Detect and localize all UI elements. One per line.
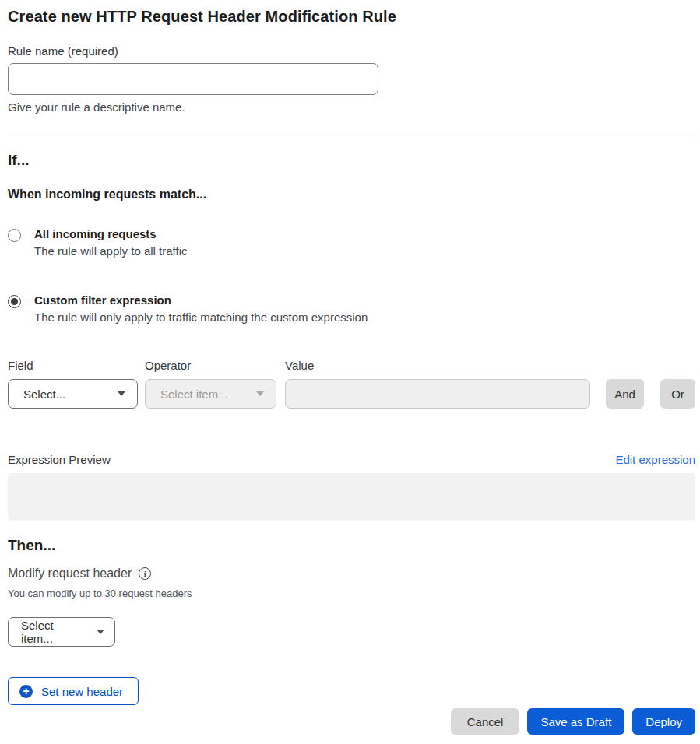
field-select-value: Select... bbox=[23, 388, 65, 401]
expression-preview-box bbox=[8, 473, 695, 521]
page-title: Create new HTTP Request Header Modificat… bbox=[8, 8, 695, 26]
radio-option-texts: Custom filter expression The rule will o… bbox=[34, 293, 368, 324]
operator-select: Select item... bbox=[145, 379, 276, 409]
header-limit-helper: You can modify up to 30 request headers bbox=[8, 588, 695, 599]
radio-option-all-incoming-requests[interactable]: All incoming requests The rule will appl… bbox=[8, 227, 695, 258]
plus-icon: + bbox=[19, 685, 33, 698]
save-as-draft-button[interactable]: Save as Draft bbox=[527, 708, 624, 735]
field-select[interactable]: Select... bbox=[8, 379, 138, 409]
value-label: Value bbox=[285, 359, 590, 372]
radio-selected-icon[interactable] bbox=[8, 295, 21, 308]
chevron-down-icon bbox=[118, 391, 125, 396]
radio-option-texts: All incoming requests The rule will appl… bbox=[34, 227, 187, 258]
create-rule-form: Create new HTTP Request Header Modificat… bbox=[0, 0, 700, 744]
radio-option-description: The rule will only apply to traffic matc… bbox=[34, 311, 368, 324]
header-action-select[interactable]: Select item... bbox=[8, 617, 115, 647]
set-new-header-label: Set new header bbox=[41, 685, 123, 698]
footer-actions: Cancel Save as Draft Deploy bbox=[8, 708, 695, 735]
and-button[interactable]: And bbox=[606, 379, 644, 409]
info-icon[interactable]: i bbox=[139, 567, 151, 580]
radio-unselected-icon[interactable] bbox=[8, 229, 21, 242]
radio-option-custom-filter-expression[interactable]: Custom filter expression The rule will o… bbox=[8, 293, 695, 324]
rule-name-helper: Give your rule a descriptive name. bbox=[8, 100, 695, 114]
field-column: Field Select... bbox=[8, 359, 138, 409]
then-heading: Then... bbox=[8, 537, 695, 554]
or-button[interactable]: Or bbox=[660, 379, 695, 409]
operator-column: Operator Select item... bbox=[145, 359, 276, 409]
modify-request-header-label: Modify request header bbox=[8, 567, 132, 581]
radio-option-label: All incoming requests bbox=[34, 227, 187, 240]
value-input bbox=[285, 379, 590, 409]
field-label: Field bbox=[8, 359, 138, 372]
deploy-button[interactable]: Deploy bbox=[632, 708, 695, 735]
rule-name-label: Rule name (required) bbox=[8, 44, 695, 58]
set-new-header-button[interactable]: + Set new header bbox=[8, 677, 139, 705]
operator-label: Operator bbox=[145, 359, 276, 372]
expression-preview-label: Expression Preview bbox=[8, 453, 111, 466]
operator-select-placeholder: Select item... bbox=[160, 388, 228, 401]
chevron-down-icon bbox=[97, 630, 104, 634]
edit-expression-link[interactable]: Edit expression bbox=[615, 453, 695, 466]
if-heading: If... bbox=[8, 152, 695, 169]
cancel-button[interactable]: Cancel bbox=[451, 708, 520, 735]
header-action-select-value: Select item... bbox=[21, 619, 87, 645]
value-column: Value bbox=[285, 359, 590, 409]
match-subheading: When incoming requests match... bbox=[8, 188, 695, 202]
radio-option-description: The rule will apply to all traffic bbox=[34, 244, 187, 258]
rule-name-input[interactable] bbox=[8, 63, 378, 95]
chevron-down-icon bbox=[256, 391, 264, 396]
filter-builder-row: Field Select... Operator Select item... … bbox=[8, 359, 695, 409]
modify-header-action-row: Modify request header i bbox=[8, 567, 695, 581]
section-divider bbox=[8, 135, 695, 135]
radio-option-label: Custom filter expression bbox=[34, 293, 368, 307]
expression-preview-header: Expression Preview Edit expression bbox=[8, 453, 695, 466]
